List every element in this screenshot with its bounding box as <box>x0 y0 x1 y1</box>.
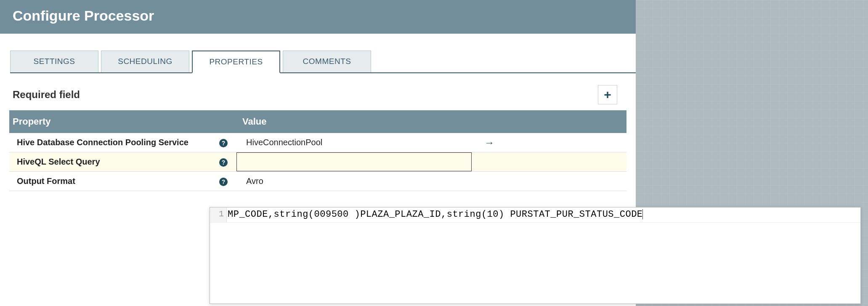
property-name: Hive Database Connection Pooling Service <box>9 138 210 147</box>
table-row[interactable]: HiveQL Select Query ? <box>9 152 626 172</box>
goto-service[interactable]: → <box>472 137 626 149</box>
tab-bar: SETTINGS SCHEDULING PROPERTIES COMMENTS <box>10 51 636 73</box>
dialog-title: Configure Processor <box>13 8 154 24</box>
text-cursor <box>642 209 643 219</box>
help-icon: ? <box>219 139 228 147</box>
code-input[interactable]: MP_CODE,string(009500 )PLAZA_PLAZA_ID,st… <box>227 208 645 222</box>
plus-icon: + <box>604 88 611 102</box>
property-name: Output Format <box>9 176 210 186</box>
properties-table: Property Value Hive Database Connection … <box>9 110 626 191</box>
add-property-button[interactable]: + <box>598 85 617 104</box>
help-icon: ? <box>219 158 228 167</box>
table-row[interactable]: Output Format ? Avro <box>9 172 626 191</box>
table-header: Property Value <box>9 110 626 133</box>
help-cell[interactable]: ? <box>210 138 236 147</box>
property-value-editing[interactable] <box>236 152 472 171</box>
help-cell[interactable]: ? <box>210 157 236 167</box>
arrow-right-icon: → <box>484 137 494 148</box>
tab-settings[interactable]: SETTINGS <box>10 51 98 72</box>
help-icon: ? <box>219 178 228 186</box>
property-value[interactable]: HiveConnectionPool <box>236 138 472 147</box>
tab-scheduling[interactable]: SCHEDULING <box>101 51 189 72</box>
tab-comments[interactable]: COMMENTS <box>283 51 371 72</box>
line-number: 1 <box>210 208 227 222</box>
help-cell[interactable]: ? <box>210 176 236 186</box>
tab-properties[interactable]: PROPERTIES <box>192 51 280 73</box>
required-field-label: Required field <box>13 89 80 101</box>
code-editor-popup[interactable]: 1 MP_CODE,string(009500 )PLAZA_PLAZA_ID,… <box>210 207 861 304</box>
header-value: Value <box>236 116 626 127</box>
dialog-header: Configure Processor <box>0 0 636 34</box>
table-row[interactable]: Hive Database Connection Pooling Service… <box>9 133 626 152</box>
header-property: Property <box>9 116 236 127</box>
property-value[interactable]: Avro <box>236 176 472 186</box>
property-name: HiveQL Select Query <box>9 157 210 167</box>
